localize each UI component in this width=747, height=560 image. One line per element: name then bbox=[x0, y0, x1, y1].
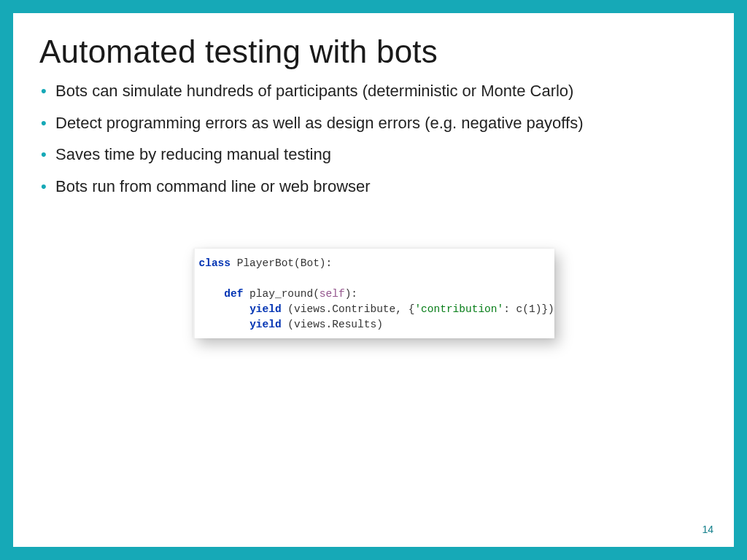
keyword-yield: yield bbox=[249, 303, 282, 315]
slide-title: Automated testing with bots bbox=[39, 34, 708, 70]
keyword-yield: yield bbox=[249, 319, 282, 330]
code-snippet: class PlayerBot(Bot): def play_round(sel… bbox=[193, 249, 554, 338]
slide-content: Automated testing with bots Bots can sim… bbox=[13, 13, 734, 547]
string-literal: 'contribution' bbox=[414, 303, 503, 315]
bullet-item: Detect programming errors as well as des… bbox=[55, 112, 708, 134]
slide-frame: Automated testing with bots Bots can sim… bbox=[0, 0, 747, 560]
code-block: class PlayerBot(Bot): def play_round(sel… bbox=[199, 256, 546, 332]
page-number: 14 bbox=[702, 524, 713, 535]
yield-expr: (views.Contribute, { bbox=[282, 303, 415, 315]
bullet-item: Saves time by reducing manual testing bbox=[55, 144, 708, 166]
keyword-class: class bbox=[199, 257, 231, 269]
yield-expr: (views.Results) bbox=[282, 319, 383, 330]
param-self: self bbox=[320, 288, 345, 300]
fn-decl: play_round( bbox=[243, 288, 319, 300]
class-decl: PlayerBot(Bot): bbox=[231, 257, 332, 269]
keyword-def: def bbox=[224, 288, 243, 300]
bullet-item: Bots can simulate hundreds of participan… bbox=[55, 80, 708, 102]
bullet-list: Bots can simulate hundreds of participan… bbox=[39, 80, 708, 198]
yield-expr: : c(1)}) bbox=[503, 303, 554, 315]
bullet-item: Bots run from command line or web browse… bbox=[55, 176, 708, 198]
fn-close: ): bbox=[345, 288, 357, 300]
